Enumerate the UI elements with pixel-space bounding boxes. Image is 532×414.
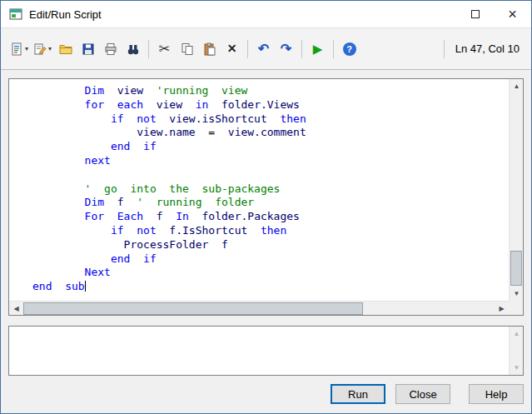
close-button[interactable]: × <box>494 1 531 27</box>
code-token: view.name <box>32 126 196 138</box>
app-icon <box>9 7 22 21</box>
code-token: folder.Views <box>208 98 300 111</box>
code-line[interactable]: Dim view 'running view <box>32 84 509 98</box>
copy-icon <box>181 42 194 56</box>
vertical-scroll-thumb[interactable] <box>510 251 522 286</box>
cut-button[interactable]: ✂ <box>153 37 176 60</box>
printer-icon <box>104 42 117 56</box>
code-line[interactable]: if not f.IsShortcut then <box>32 224 509 238</box>
code-line[interactable]: For Each f In folder.Packages <box>32 210 509 224</box>
code-token: for each <box>32 98 143 111</box>
window-title: Edit/Run Script <box>29 8 102 21</box>
code-token: In <box>163 210 189 222</box>
edit-run-script-dialog: Edit/Run Script × ▾ <box>0 0 532 414</box>
output-scrollbar: ▲ ▼ <box>509 327 523 375</box>
code-line[interactable]: view.name = view.comment <box>32 126 509 140</box>
maximize-button[interactable] <box>456 1 494 27</box>
code-line[interactable]: end if <box>32 140 509 154</box>
close-dialog-button[interactable]: Close <box>395 384 450 404</box>
close-icon: × <box>508 7 517 22</box>
code-token: view <box>143 98 182 111</box>
output-text <box>9 327 508 375</box>
code-line[interactable] <box>32 168 509 182</box>
text-caret <box>85 281 87 292</box>
delete-x-icon: ✕ <box>227 42 237 55</box>
code-line[interactable]: Next <box>32 266 509 280</box>
code-line[interactable]: next <box>32 154 509 168</box>
run-button[interactable]: Run <box>331 384 385 404</box>
redo-button[interactable]: ↷ <box>275 37 297 60</box>
code-line[interactable]: end if <box>32 252 509 267</box>
scissors-icon: ✂ <box>159 42 170 55</box>
help-button[interactable]: Help <box>469 384 524 404</box>
scrollbar-corner <box>509 301 523 315</box>
scroll-left-icon[interactable]: ◀ <box>9 302 23 316</box>
code-line[interactable]: if not view.isShortcut then <box>32 112 509 127</box>
print-button[interactable] <box>99 37 122 60</box>
open-button[interactable] <box>54 37 77 60</box>
copy-button[interactable] <box>176 37 198 60</box>
delete-button[interactable]: ✕ <box>221 37 243 60</box>
code-line[interactable]: end sub <box>32 280 509 294</box>
toolbar-separator <box>247 40 248 58</box>
code-token: then <box>267 112 306 125</box>
code-token: end if <box>32 140 157 152</box>
code-line[interactable]: Dim f ' running folder <box>32 196 509 210</box>
code-line[interactable]: for each view in folder.Views <box>32 98 509 112</box>
code-line[interactable]: ProcessFolder f <box>32 238 509 252</box>
run-script-button[interactable]: ▶ <box>306 37 329 60</box>
save-button[interactable] <box>77 37 99 60</box>
undo-icon: ↶ <box>258 42 269 55</box>
status-group: Ln 47, Col 10 <box>440 40 525 58</box>
binoculars-icon <box>127 42 140 56</box>
script-page-icon <box>10 42 23 56</box>
editor-horizontal-scrollbar[interactable]: ◀ ▶ <box>9 301 509 315</box>
code-token: view.isShortcut <box>157 112 267 125</box>
open-folder-icon <box>59 42 72 56</box>
code-token: For Each <box>32 210 143 222</box>
paste-clipboard-icon <box>203 42 216 56</box>
maximize-icon <box>471 10 480 18</box>
scroll-up-icon[interactable]: ▲ <box>510 79 524 93</box>
scroll-down-icon[interactable]: ▼ <box>510 287 524 301</box>
code-token: view.comment <box>215 126 306 138</box>
help-toolbar-button[interactable]: ? <box>338 37 360 60</box>
code-token: end if <box>32 252 157 265</box>
code-area[interactable]: Dim view 'running view for each view in … <box>9 79 509 301</box>
toolbar: ▾ ▾ <box>1 27 531 70</box>
code-token: f.IsShortcut <box>157 224 248 237</box>
code-token: ProcessFolder f <box>32 238 228 251</box>
toolbar-separator <box>148 40 149 58</box>
scroll-right-icon[interactable]: ▶ <box>495 302 509 316</box>
toolbar-separator <box>444 40 445 58</box>
code-token: 'running view <box>143 84 247 97</box>
edit-script-button[interactable]: ▾ <box>31 37 54 60</box>
code-line[interactable]: ' go into the sub-packages <box>32 182 509 197</box>
code-token: Dim <box>32 84 104 97</box>
code-token: Next <box>32 266 111 278</box>
toolbar-separator <box>301 40 302 58</box>
code-token: = <box>196 126 215 138</box>
code-token: ' running folder <box>124 196 255 208</box>
line-column-status: Ln 47, Col 10 <box>449 42 525 55</box>
code-token: f <box>104 196 123 208</box>
chevron-down-icon: ▾ <box>25 45 28 52</box>
redo-icon: ↷ <box>281 42 291 55</box>
code-token: ' go into the sub-packages <box>32 182 280 195</box>
toolbar-separator <box>333 40 334 58</box>
title-bar[interactable]: Edit/Run Script × <box>1 1 531 27</box>
chevron-down-icon: ▾ <box>48 45 52 52</box>
horizontal-scroll-thumb[interactable] <box>23 302 363 315</box>
undo-button[interactable]: ↶ <box>252 37 275 60</box>
paste-button[interactable] <box>198 37 221 60</box>
button-row: Run Close Help <box>8 384 524 404</box>
find-button[interactable] <box>122 37 144 60</box>
output-pane: ▲ ▼ <box>8 326 524 376</box>
code-token: folder.Packages <box>189 210 300 222</box>
scroll-up-icon: ▲ <box>510 327 524 341</box>
code-token: f <box>143 210 162 222</box>
editor-vertical-scrollbar[interactable]: ▲ ▼ <box>509 79 523 301</box>
new-script-button[interactable]: ▾ <box>7 37 31 60</box>
edit-pencil-icon <box>33 42 47 56</box>
code-token: end sub <box>32 280 85 292</box>
